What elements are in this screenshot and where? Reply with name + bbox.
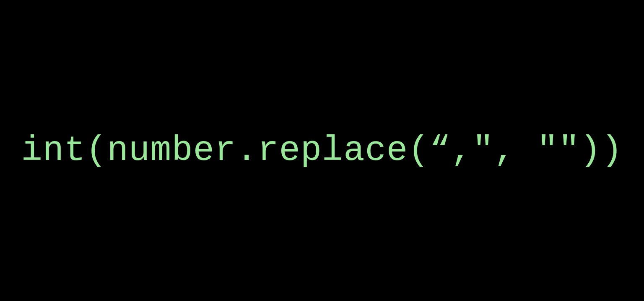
code-snippet: int(number.replace(“,", "")) — [21, 131, 623, 170]
